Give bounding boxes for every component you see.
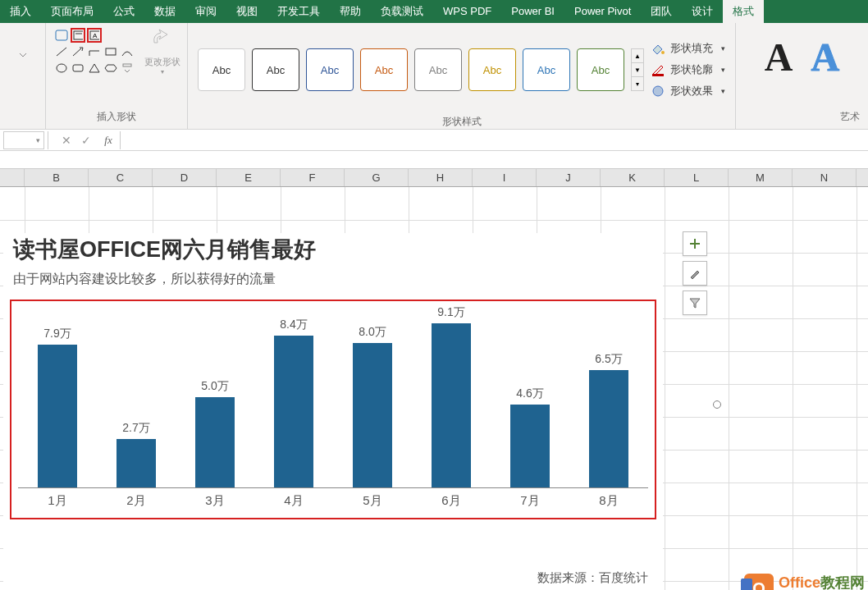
bar-3[interactable]: 5.0万 [192, 379, 238, 487]
shape-triangle-icon[interactable] [87, 61, 102, 75]
svg-rect-9 [73, 65, 83, 71]
fx-icon[interactable]: fx [97, 131, 115, 149]
bar-rect[interactable] [195, 397, 235, 487]
name-box[interactable]: ▾ [3, 131, 44, 149]
x-tick-label: 1月 [34, 493, 80, 509]
expand-gallery-icon[interactable]: ▾ [632, 77, 643, 90]
tab-powerpivot[interactable]: Power Pivot [564, 0, 641, 23]
tab-insert[interactable]: 插入 [0, 0, 41, 23]
bar-rect[interactable] [38, 345, 77, 487]
scroll-down-icon[interactable]: ▼ [632, 63, 643, 77]
chart-object[interactable]: 读书屋OFFICE网六月销售最好 由于网站内容建设比较多，所以获得好的流量 7.… [3, 233, 663, 590]
shape-rr-icon[interactable] [71, 61, 85, 75]
col-m[interactable]: M [729, 169, 793, 186]
chart-title[interactable]: 读书屋OFFICE网六月销售最好 [3, 233, 663, 266]
tab-formulas[interactable]: 公式 [103, 0, 144, 23]
col-g[interactable]: G [345, 169, 409, 186]
shape-textbox-h-icon[interactable] [71, 28, 85, 43]
shape-curve-icon[interactable] [120, 44, 135, 59]
bar-8[interactable]: 6.5万 [586, 352, 632, 487]
shape-textbox-v-icon[interactable]: A [87, 28, 102, 43]
svg-rect-1 [74, 31, 83, 39]
shape-elbow-icon[interactable] [87, 44, 102, 59]
shape-oval-icon[interactable] [54, 61, 69, 75]
bar-4[interactable]: 8.4万 [271, 318, 317, 487]
style-swatch-2[interactable]: Abc [252, 48, 299, 91]
shape-rect-rounded-icon[interactable] [54, 28, 69, 43]
col-k[interactable]: K [601, 169, 665, 186]
x-tick-label: 2月 [113, 493, 159, 509]
tab-page-layout[interactable]: 页面布局 [41, 0, 103, 23]
shape-hexagon-icon[interactable] [103, 61, 118, 75]
tab-design[interactable]: 设计 [682, 0, 723, 23]
scroll-up-icon[interactable]: ▲ [632, 49, 643, 63]
shape-outline-button[interactable]: 形状轮廓▾ [651, 62, 725, 77]
change-shape-button: 更改形状 ▾ [144, 26, 180, 75]
style-swatch-6[interactable]: Abc [468, 48, 516, 91]
style-swatch-4[interactable]: Abc [360, 48, 408, 91]
funnel-icon [688, 296, 701, 309]
chart-filter-button[interactable] [683, 290, 707, 315]
tab-developer[interactable]: 开发工具 [267, 0, 330, 23]
shape-rect-icon[interactable] [103, 44, 118, 59]
wordart-style-2[interactable]: A [811, 34, 840, 80]
worksheet-grid[interactable]: 读书屋OFFICE网六月销售最好 由于网站内容建设比较多，所以获得好的流量 7.… [0, 187, 868, 590]
style-swatch-1[interactable]: Abc [198, 48, 245, 91]
col-i[interactable]: I [473, 169, 537, 186]
col-e[interactable]: E [217, 169, 281, 186]
tab-powerbi[interactable]: Power BI [501, 0, 564, 23]
style-swatch-8[interactable]: Abc [577, 48, 624, 91]
col-f[interactable]: F [281, 169, 345, 186]
style-swatch-3[interactable]: Abc [306, 48, 354, 91]
dropdown-icon[interactable] [18, 50, 28, 60]
col-j[interactable]: J [537, 169, 601, 186]
group-wordart: A A 艺术 [736, 23, 868, 129]
bar-5[interactable]: 8.0万 [349, 325, 395, 487]
shape-effects-button[interactable]: 形状效果▾ [651, 84, 725, 98]
tab-wpspdf[interactable]: WPS PDF [433, 0, 501, 23]
tab-team[interactable]: 团队 [641, 0, 682, 23]
col-b[interactable]: B [25, 169, 89, 186]
chart-elements-button[interactable] [683, 231, 707, 256]
shape-line-icon[interactable] [54, 44, 69, 59]
chart-subtitle[interactable]: 由于网站内容建设比较多，所以获得好的流量 [3, 266, 663, 296]
bar-6[interactable]: 9.1万 [428, 305, 474, 487]
shapes-grid[interactable]: A [53, 26, 136, 77]
style-swatch-5[interactable]: Abc [414, 48, 462, 91]
selection-handle-right[interactable] [713, 400, 721, 409]
tab-loadtest[interactable]: 负载测试 [371, 0, 433, 23]
svg-point-13 [653, 86, 663, 96]
bar-1[interactable]: 7.9万 [34, 327, 80, 487]
gallery-expand-icon[interactable] [120, 61, 135, 75]
cancel-icon[interactable]: ✕ [57, 131, 75, 149]
bar-rect[interactable] [274, 336, 313, 487]
shape-fill-button[interactable]: 形状填充▾ [651, 41, 725, 56]
bar-rect[interactable] [353, 343, 392, 487]
bar-7[interactable]: 4.6万 [507, 386, 553, 487]
enter-icon[interactable]: ✓ [77, 131, 95, 149]
tab-format[interactable]: 格式 [723, 0, 764, 23]
bar-rect[interactable] [589, 370, 628, 487]
chart-styles-button[interactable] [683, 261, 707, 286]
bar-rect[interactable] [510, 405, 550, 487]
col-d[interactable]: D [153, 169, 217, 186]
tab-review[interactable]: 审阅 [185, 0, 226, 23]
shape-options: 形状填充▾ 形状轮廓▾ 形状效果▾ [651, 36, 725, 103]
tab-help[interactable]: 帮助 [330, 0, 371, 23]
col-n[interactable]: N [793, 169, 857, 186]
col-h[interactable]: H [409, 169, 473, 186]
x-tick-label: 5月 [349, 493, 395, 509]
formula-input[interactable] [121, 131, 868, 149]
bar-2[interactable]: 2.7万 [113, 421, 159, 487]
bar-rect[interactable] [432, 323, 471, 487]
select-all[interactable] [0, 169, 25, 186]
plot-area[interactable]: 7.9万2.7万5.0万8.4万8.0万9.1万4.6万6.5万 1月2月3月4… [10, 300, 656, 519]
col-l[interactable]: L [665, 169, 729, 186]
tab-data[interactable]: 数据 [144, 0, 185, 23]
bar-rect[interactable] [116, 439, 156, 487]
shape-arrow-icon[interactable] [71, 44, 85, 59]
style-swatch-7[interactable]: Abc [523, 48, 570, 91]
tab-view[interactable]: 视图 [226, 0, 267, 23]
col-c[interactable]: C [89, 169, 153, 186]
wordart-style-1[interactable]: A [765, 34, 793, 80]
